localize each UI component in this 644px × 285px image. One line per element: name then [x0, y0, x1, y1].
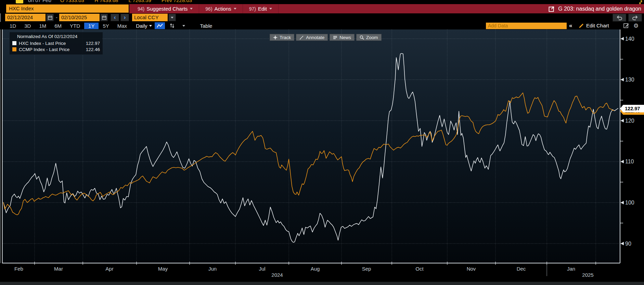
zoom-button[interactable]: Zoom [356, 34, 382, 41]
left-edge [0, 13, 1, 22]
frequency-select[interactable]: Daily [136, 23, 152, 29]
end-date-input[interactable]: 02/10/2025 [59, 14, 100, 21]
menu-label: Suggested Charts [146, 6, 188, 12]
menu-num: 94) [138, 6, 144, 12]
menu-suggested-charts[interactable]: 94) Suggested Charts [131, 4, 199, 13]
start-calendar-button[interactable] [46, 14, 54, 21]
legend-label: HXC Index - Last Price [19, 41, 66, 46]
zoom-label: Zoom [366, 35, 378, 40]
x-axis-month-label: Sep [362, 266, 371, 272]
chart-canvas[interactable]: 90100110120130140FebMarAprMayJunJulAugSe… [0, 29, 644, 282]
legend-value: 122.97 [86, 41, 100, 46]
calendar-icon [102, 15, 106, 20]
annotate-icon [299, 35, 304, 40]
chevron-down-icon [234, 8, 236, 10]
x-axis-month-label: Jan [567, 266, 575, 272]
edit-chart-button[interactable]: Edit Chart [579, 22, 609, 29]
line-chart-type-button[interactable] [155, 22, 165, 29]
open-value: O 7333.03 [60, 0, 84, 3]
legend-row-hxc[interactable]: HXC Index - Last Price 122.97 [12, 40, 100, 46]
range-6m[interactable]: 6M [50, 23, 66, 29]
news-button[interactable]: News [330, 34, 355, 41]
chart-overlay-toolbar: Track Annotate News [270, 34, 382, 41]
low-value: L 7263.59 [129, 0, 151, 3]
x-axis-month-label: Mar [54, 266, 63, 272]
chart-note-icon[interactable] [623, 23, 629, 28]
chart-legend: Normalized As Of 02/12/2024 HXC Index - … [10, 32, 103, 54]
calendar-icon [48, 15, 52, 20]
x-axis-month-label: May [158, 266, 168, 272]
chart-type-dropdown[interactable] [179, 22, 188, 29]
legend-value: 122.46 [86, 47, 100, 52]
y-axis-label: 110 [625, 159, 634, 164]
doc-title: G 203: nasdaq and golden dragon [558, 6, 641, 12]
end-calendar-button[interactable] [100, 14, 108, 21]
export-icon [549, 6, 555, 12]
compare-sort-button[interactable] [168, 22, 177, 29]
menu-actions[interactable]: 96) Actions [199, 4, 243, 13]
range-1m[interactable]: 1M [35, 23, 50, 29]
next-period-button[interactable]: › [120, 14, 129, 21]
caret-down-icon [182, 25, 185, 27]
key-icon [16, 0, 23, 3]
market-summary-text: on 07 Feb O 7333.03 H 7439.68 L 7263.59 … [16, 0, 201, 4]
x-axis-month-label: Dec [517, 266, 526, 272]
track-label: Track [280, 35, 291, 40]
bloomberg-chart-window: on 07 Feb O 7333.03 H 7439.68 L 7263.59 … [0, 0, 644, 285]
redo-button[interactable] [628, 14, 642, 22]
news-label: News [339, 35, 351, 40]
chart-document-link[interactable]: G 203: nasdaq and golden dragon [549, 4, 641, 13]
prev-period-button[interactable]: ‹ [111, 14, 119, 21]
chart-toolbar: 1D 3D 1M 6M YTD 1Y 5Y Max Daily [0, 22, 644, 29]
range-1y-active[interactable]: 1Y [84, 23, 99, 29]
high-value: H 7439.68 [94, 0, 118, 3]
currency-dropdown-button[interactable] [168, 14, 176, 21]
menu-num: 96) [205, 6, 212, 12]
currency-select[interactable]: Local CCY [132, 14, 168, 21]
undo-button[interactable] [613, 14, 626, 22]
legend-row-ccmp[interactable]: CCMP Index - Last Price 122.46 [12, 46, 100, 52]
undo-icon [616, 15, 622, 20]
zoom-icon [360, 35, 364, 40]
add-data-input[interactable]: Add Data [486, 23, 567, 29]
range-1d[interactable]: 1D [5, 23, 20, 29]
security-input[interactable]: HXC Index [6, 4, 129, 13]
range-ytd[interactable]: YTD [66, 23, 84, 29]
chevron-down-icon [190, 8, 193, 10]
menu-label: Actions [215, 6, 231, 12]
x-axis-month-label: Oct [415, 266, 424, 272]
date-range-dash: - [56, 14, 57, 21]
track-button[interactable]: Track [270, 34, 294, 41]
y-axis-label: 90 [625, 241, 631, 247]
date-bar: 02/12/2024 - 02/10/2025 ‹ › Local CC [0, 13, 644, 22]
menu-edit[interactable]: 97) Edit [243, 4, 279, 13]
table-button[interactable]: Table [200, 23, 212, 29]
y-tick-arrow [620, 37, 624, 40]
grip-icon: ▞ [639, 0, 642, 4]
range-max[interactable]: Max [113, 23, 131, 29]
x-axis-month-label: Jul [259, 266, 265, 272]
x-axis-month-label: Feb [14, 266, 23, 272]
hxc-swatch [12, 41, 16, 45]
legend-title: Normalized As Of 02/12/2024 [12, 34, 100, 39]
range-5y[interactable]: 5Y [99, 23, 113, 29]
annotate-button[interactable]: Annotate [296, 34, 328, 41]
chevron-right-icon: › [124, 14, 126, 21]
ccmp-swatch [12, 47, 16, 51]
collapse-panel-button[interactable]: « [569, 22, 572, 29]
gear-icon[interactable]: ⚙ [633, 22, 639, 29]
start-date-input[interactable]: 02/12/2024 [5, 14, 46, 21]
frequency-label: Daily [136, 23, 147, 29]
redo-icon [632, 15, 638, 20]
chart-panel: 90100110120130140FebMarAprMayJunJulAugSe… [0, 29, 644, 282]
y-axis-label: 140 [625, 36, 634, 42]
annotate-label: Annotate [306, 35, 324, 40]
y-tick-arrow [620, 201, 624, 204]
prev-value: Prev 7228.03 [162, 0, 192, 3]
legend-label: CCMP Index - Last Price [19, 47, 69, 52]
track-icon [273, 35, 278, 40]
y-tick-arrow [620, 119, 624, 122]
range-3d[interactable]: 3D [20, 23, 35, 29]
caret-down-icon [171, 17, 173, 18]
y-axis-label: 130 [625, 77, 634, 83]
